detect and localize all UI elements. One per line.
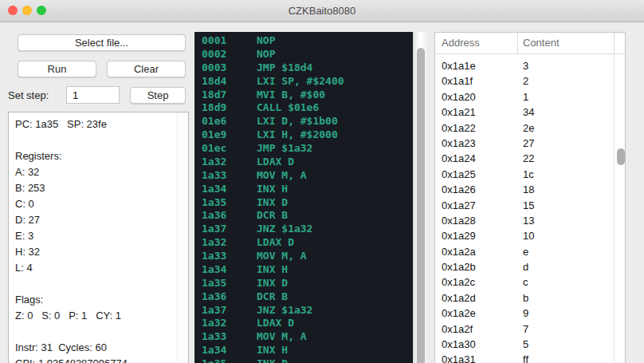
disasm-row: 0001NOP [194, 34, 413, 48]
memory-content-cell: 18 [523, 182, 534, 197]
disasm-row: 1a37JNZ $1a32 [194, 223, 413, 236]
disasm-row: 1a33MOV M, A [194, 169, 413, 183]
memory-content-cell: 3 [523, 58, 528, 73]
disasm-instruction: INX H [257, 183, 288, 196]
disassembly-scrollbar-thumb[interactable] [417, 48, 425, 363]
memory-content-cell: 5 [523, 337, 528, 352]
disasm-instruction: LDAX D [257, 156, 294, 169]
disasm-row: 1a32LDAX D [194, 236, 413, 250]
cpu-state-scrollbar[interactable] [177, 112, 188, 363]
memory-content-cell: 34 [523, 105, 534, 120]
memory-row[interactable]: 0x1a2cc [435, 274, 613, 290]
memory-header-address[interactable]: Address [442, 33, 480, 53]
memory-address-cell: 0x1a2a [435, 244, 523, 259]
memory-row[interactable]: 0x1a1f2 [435, 73, 613, 89]
disasm-address: 1a36 [202, 290, 257, 304]
memory-content-cell: 13 [523, 213, 534, 228]
disasm-address: 18d9 [202, 101, 257, 115]
memory-row[interactable]: 0x1a2ae [435, 244, 613, 259]
disasm-address: 0002 [202, 48, 257, 61]
memory-row[interactable]: 0x1a251c [435, 167, 613, 182]
memory-content-cell: b [523, 290, 528, 306]
step-count-input[interactable] [66, 86, 120, 104]
cpu-state-line: H: 32 [15, 244, 178, 260]
cpu-state-line: L: 4 [15, 260, 178, 276]
memory-address-cell: 0x1a23 [435, 136, 523, 151]
cpu-state-line: A: 32 [15, 164, 178, 180]
disasm-address: 1a34 [202, 344, 257, 357]
disasm-instruction: CALL $01e6 [257, 101, 319, 115]
disasm-row: 1a36DCR B [194, 290, 413, 304]
cpu-state-line: Flags: [15, 292, 178, 308]
disasm-row: 1a34INX H [194, 263, 413, 277]
disasm-row: 01e9LXI H, #$2000 [194, 128, 413, 142]
memory-row[interactable]: 0x1a2f7 [435, 322, 613, 337]
memory-row[interactable]: 0x1a2618 [435, 182, 613, 197]
disasm-address: 1a32 [202, 317, 257, 330]
memory-row[interactable]: 0x1a2327 [435, 136, 613, 151]
memory-row[interactable]: 0x1a2910 [435, 228, 613, 243]
memory-header-content[interactable]: Content [523, 33, 560, 53]
cpu-state-line: CPI: 1.93548387096774 [15, 356, 178, 363]
cpu-state-line: D: 27 [15, 212, 178, 228]
disasm-row: 18d7MVI B, #$00 [194, 89, 413, 102]
select-file-button[interactable]: Select file... [18, 34, 186, 51]
memory-row[interactable]: 0x1a2813 [435, 213, 613, 228]
disassembly-view: 0001NOP0002NOP0003JMP $18d418d4LXI SP, #… [194, 32, 413, 363]
memory-content-cell: c [523, 274, 528, 290]
memory-content-cell: 10 [523, 228, 534, 243]
memory-row[interactable]: 0x1a201 [435, 89, 613, 105]
memory-content-cell: 2e [523, 120, 534, 136]
disassembly-scrollbar-track[interactable] [413, 32, 427, 363]
disasm-address: 1a35 [202, 196, 257, 210]
memory-content-cell: 27 [523, 136, 534, 151]
disasm-instruction: DCR B [257, 209, 288, 223]
disasm-instruction: LDAX D [257, 236, 294, 250]
disasm-address: 1a35 [202, 357, 257, 363]
memory-address-cell: 0x1a30 [435, 337, 523, 352]
memory-address-cell: 0x1a1f [435, 73, 523, 89]
disasm-instruction: JNZ $1a32 [257, 304, 312, 318]
disasm-row: 1a37JNZ $1a32 [194, 304, 413, 318]
memory-row[interactable]: 0x1a305 [435, 337, 613, 352]
memory-row[interactable]: 0x1a222e [435, 120, 613, 136]
memory-row[interactable]: 0x1a1e3 [435, 58, 613, 73]
disasm-instruction: MOV M, A [257, 330, 307, 344]
memory-row[interactable]: 0x1a2422 [435, 151, 613, 166]
cpu-state-line [15, 276, 178, 292]
memory-row[interactable]: 0x1a2db [435, 290, 613, 306]
cpu-state-line: Instr: 31 Cycles: 60 [15, 340, 178, 356]
memory-table-header: Address Content [435, 33, 625, 54]
memory-address-cell: 0x1a2c [435, 274, 523, 290]
memory-scrollbar-thumb[interactable] [617, 148, 625, 165]
memory-address-cell: 0x1a27 [435, 198, 523, 213]
disasm-instruction: LXI D, #$1b00 [257, 115, 338, 128]
memory-content-cell: 9 [523, 306, 528, 321]
disasm-instruction: INX D [257, 196, 288, 210]
memory-address-cell: 0x1a22 [435, 120, 523, 136]
memory-row[interactable]: 0x1a2715 [435, 198, 613, 213]
memory-row[interactable]: 0x1a31ff [435, 352, 613, 363]
cpu-state-line [15, 324, 178, 340]
disasm-row: 1a35INX D [194, 357, 413, 363]
memory-address-cell: 0x1a21 [435, 105, 523, 120]
memory-content-cell: ff [523, 352, 528, 363]
disasm-row: 01ecJMP $1a32 [194, 142, 413, 156]
disasm-address: 0001 [202, 34, 257, 48]
disasm-instruction: DCR B [257, 290, 288, 304]
run-button[interactable]: Run [18, 61, 96, 77]
memory-row[interactable]: 0x1a2e9 [435, 306, 613, 321]
disasm-address: 01ec [202, 142, 257, 156]
disasm-row: 1a32LDAX D [194, 317, 413, 330]
memory-row[interactable]: 0x1a2134 [435, 105, 613, 120]
memory-address-cell: 0x1a26 [435, 182, 523, 197]
disasm-address: 1a34 [202, 183, 257, 196]
disasm-address: 01e6 [202, 115, 257, 128]
disasm-address: 1a36 [202, 209, 257, 223]
clear-button[interactable]: Clear [107, 61, 186, 77]
disasm-address: 1a35 [202, 277, 257, 290]
memory-content-cell: d [523, 259, 528, 274]
step-button[interactable]: Step [130, 87, 186, 104]
memory-row[interactable]: 0x1a2bd [435, 259, 613, 274]
memory-table-body: 0x1a1e30x1a1f20x1a2010x1a21340x1a222e0x1… [435, 53, 613, 363]
